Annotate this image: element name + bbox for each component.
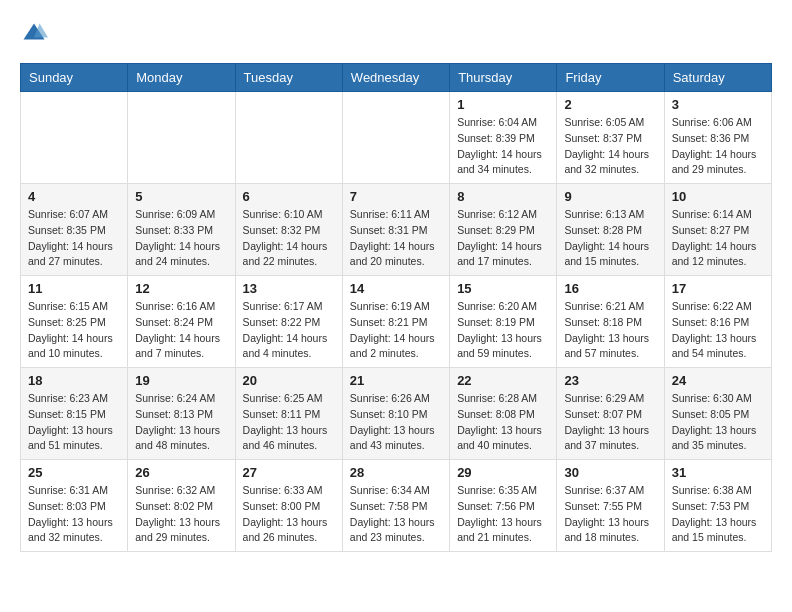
calendar-cell: 5Sunrise: 6:09 AM Sunset: 8:33 PM Daylig…: [128, 184, 235, 276]
calendar-cell: [21, 92, 128, 184]
calendar-day-header: Wednesday: [342, 64, 449, 92]
day-number: 4: [28, 189, 120, 204]
day-info: Sunrise: 6:30 AM Sunset: 8:05 PM Dayligh…: [672, 391, 764, 454]
day-info: Sunrise: 6:04 AM Sunset: 8:39 PM Dayligh…: [457, 115, 549, 178]
calendar-header: SundayMondayTuesdayWednesdayThursdayFrid…: [21, 64, 772, 92]
calendar-cell: 22Sunrise: 6:28 AM Sunset: 8:08 PM Dayli…: [450, 368, 557, 460]
calendar-cell: 19Sunrise: 6:24 AM Sunset: 8:13 PM Dayli…: [128, 368, 235, 460]
day-number: 23: [564, 373, 656, 388]
calendar-cell: [235, 92, 342, 184]
day-info: Sunrise: 6:25 AM Sunset: 8:11 PM Dayligh…: [243, 391, 335, 454]
day-number: 27: [243, 465, 335, 480]
calendar-table: SundayMondayTuesdayWednesdayThursdayFrid…: [20, 63, 772, 552]
calendar-day-header: Monday: [128, 64, 235, 92]
calendar-cell: 13Sunrise: 6:17 AM Sunset: 8:22 PM Dayli…: [235, 276, 342, 368]
calendar-cell: 30Sunrise: 6:37 AM Sunset: 7:55 PM Dayli…: [557, 460, 664, 552]
day-info: Sunrise: 6:29 AM Sunset: 8:07 PM Dayligh…: [564, 391, 656, 454]
day-info: Sunrise: 6:31 AM Sunset: 8:03 PM Dayligh…: [28, 483, 120, 546]
day-number: 3: [672, 97, 764, 112]
day-number: 29: [457, 465, 549, 480]
day-info: Sunrise: 6:21 AM Sunset: 8:18 PM Dayligh…: [564, 299, 656, 362]
day-number: 14: [350, 281, 442, 296]
calendar-cell: 31Sunrise: 6:38 AM Sunset: 7:53 PM Dayli…: [664, 460, 771, 552]
day-info: Sunrise: 6:16 AM Sunset: 8:24 PM Dayligh…: [135, 299, 227, 362]
logo-icon: [20, 20, 48, 48]
calendar-cell: 12Sunrise: 6:16 AM Sunset: 8:24 PM Dayli…: [128, 276, 235, 368]
day-info: Sunrise: 6:06 AM Sunset: 8:36 PM Dayligh…: [672, 115, 764, 178]
calendar-cell: 18Sunrise: 6:23 AM Sunset: 8:15 PM Dayli…: [21, 368, 128, 460]
day-info: Sunrise: 6:35 AM Sunset: 7:56 PM Dayligh…: [457, 483, 549, 546]
calendar-cell: 28Sunrise: 6:34 AM Sunset: 7:58 PM Dayli…: [342, 460, 449, 552]
page-header: [20, 20, 772, 48]
calendar-cell: 25Sunrise: 6:31 AM Sunset: 8:03 PM Dayli…: [21, 460, 128, 552]
day-number: 20: [243, 373, 335, 388]
calendar-week-row: 18Sunrise: 6:23 AM Sunset: 8:15 PM Dayli…: [21, 368, 772, 460]
day-number: 31: [672, 465, 764, 480]
calendar-cell: 26Sunrise: 6:32 AM Sunset: 8:02 PM Dayli…: [128, 460, 235, 552]
calendar-day-header: Friday: [557, 64, 664, 92]
day-number: 15: [457, 281, 549, 296]
day-number: 1: [457, 97, 549, 112]
day-number: 18: [28, 373, 120, 388]
calendar-day-header: Tuesday: [235, 64, 342, 92]
day-info: Sunrise: 6:28 AM Sunset: 8:08 PM Dayligh…: [457, 391, 549, 454]
calendar-cell: 2Sunrise: 6:05 AM Sunset: 8:37 PM Daylig…: [557, 92, 664, 184]
day-number: 10: [672, 189, 764, 204]
day-number: 24: [672, 373, 764, 388]
calendar-week-row: 11Sunrise: 6:15 AM Sunset: 8:25 PM Dayli…: [21, 276, 772, 368]
day-info: Sunrise: 6:17 AM Sunset: 8:22 PM Dayligh…: [243, 299, 335, 362]
day-info: Sunrise: 6:22 AM Sunset: 8:16 PM Dayligh…: [672, 299, 764, 362]
day-number: 13: [243, 281, 335, 296]
calendar-cell: 15Sunrise: 6:20 AM Sunset: 8:19 PM Dayli…: [450, 276, 557, 368]
day-info: Sunrise: 6:38 AM Sunset: 7:53 PM Dayligh…: [672, 483, 764, 546]
day-number: 26: [135, 465, 227, 480]
calendar-body: 1Sunrise: 6:04 AM Sunset: 8:39 PM Daylig…: [21, 92, 772, 552]
day-number: 17: [672, 281, 764, 296]
calendar-week-row: 25Sunrise: 6:31 AM Sunset: 8:03 PM Dayli…: [21, 460, 772, 552]
calendar-cell: 23Sunrise: 6:29 AM Sunset: 8:07 PM Dayli…: [557, 368, 664, 460]
calendar-cell: 21Sunrise: 6:26 AM Sunset: 8:10 PM Dayli…: [342, 368, 449, 460]
day-info: Sunrise: 6:09 AM Sunset: 8:33 PM Dayligh…: [135, 207, 227, 270]
day-info: Sunrise: 6:14 AM Sunset: 8:27 PM Dayligh…: [672, 207, 764, 270]
day-info: Sunrise: 6:12 AM Sunset: 8:29 PM Dayligh…: [457, 207, 549, 270]
calendar-cell: 16Sunrise: 6:21 AM Sunset: 8:18 PM Dayli…: [557, 276, 664, 368]
day-number: 16: [564, 281, 656, 296]
day-number: 25: [28, 465, 120, 480]
calendar-day-header: Saturday: [664, 64, 771, 92]
day-number: 5: [135, 189, 227, 204]
day-number: 19: [135, 373, 227, 388]
day-info: Sunrise: 6:11 AM Sunset: 8:31 PM Dayligh…: [350, 207, 442, 270]
day-number: 8: [457, 189, 549, 204]
day-number: 12: [135, 281, 227, 296]
day-info: Sunrise: 6:19 AM Sunset: 8:21 PM Dayligh…: [350, 299, 442, 362]
calendar-cell: 11Sunrise: 6:15 AM Sunset: 8:25 PM Dayli…: [21, 276, 128, 368]
day-info: Sunrise: 6:24 AM Sunset: 8:13 PM Dayligh…: [135, 391, 227, 454]
day-number: 22: [457, 373, 549, 388]
calendar-cell: 4Sunrise: 6:07 AM Sunset: 8:35 PM Daylig…: [21, 184, 128, 276]
calendar-day-header: Sunday: [21, 64, 128, 92]
day-number: 6: [243, 189, 335, 204]
day-number: 30: [564, 465, 656, 480]
calendar-cell: 8Sunrise: 6:12 AM Sunset: 8:29 PM Daylig…: [450, 184, 557, 276]
day-number: 7: [350, 189, 442, 204]
day-number: 11: [28, 281, 120, 296]
day-info: Sunrise: 6:37 AM Sunset: 7:55 PM Dayligh…: [564, 483, 656, 546]
calendar-cell: 20Sunrise: 6:25 AM Sunset: 8:11 PM Dayli…: [235, 368, 342, 460]
day-info: Sunrise: 6:34 AM Sunset: 7:58 PM Dayligh…: [350, 483, 442, 546]
calendar-cell: 27Sunrise: 6:33 AM Sunset: 8:00 PM Dayli…: [235, 460, 342, 552]
calendar-cell: 17Sunrise: 6:22 AM Sunset: 8:16 PM Dayli…: [664, 276, 771, 368]
day-info: Sunrise: 6:13 AM Sunset: 8:28 PM Dayligh…: [564, 207, 656, 270]
day-info: Sunrise: 6:10 AM Sunset: 8:32 PM Dayligh…: [243, 207, 335, 270]
calendar-cell: [342, 92, 449, 184]
day-info: Sunrise: 6:15 AM Sunset: 8:25 PM Dayligh…: [28, 299, 120, 362]
day-info: Sunrise: 6:05 AM Sunset: 8:37 PM Dayligh…: [564, 115, 656, 178]
day-info: Sunrise: 6:07 AM Sunset: 8:35 PM Dayligh…: [28, 207, 120, 270]
calendar-cell: 10Sunrise: 6:14 AM Sunset: 8:27 PM Dayli…: [664, 184, 771, 276]
calendar-header-row: SundayMondayTuesdayWednesdayThursdayFrid…: [21, 64, 772, 92]
calendar-week-row: 1Sunrise: 6:04 AM Sunset: 8:39 PM Daylig…: [21, 92, 772, 184]
calendar-cell: 9Sunrise: 6:13 AM Sunset: 8:28 PM Daylig…: [557, 184, 664, 276]
day-number: 2: [564, 97, 656, 112]
logo: [20, 20, 52, 48]
calendar-cell: 29Sunrise: 6:35 AM Sunset: 7:56 PM Dayli…: [450, 460, 557, 552]
calendar-cell: 1Sunrise: 6:04 AM Sunset: 8:39 PM Daylig…: [450, 92, 557, 184]
